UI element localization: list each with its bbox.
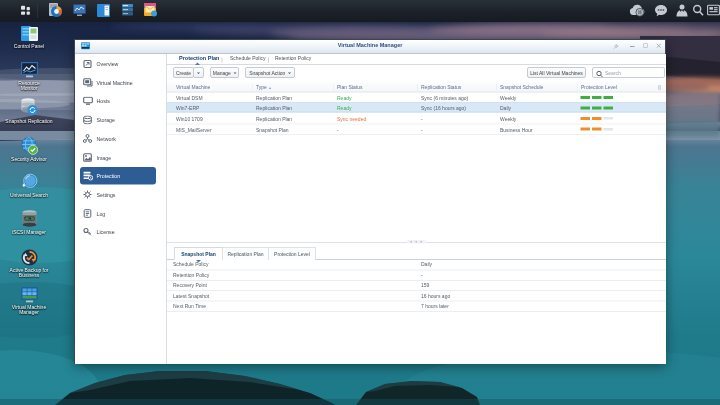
- svg-text:iSCSI: iSCSI: [25, 217, 34, 221]
